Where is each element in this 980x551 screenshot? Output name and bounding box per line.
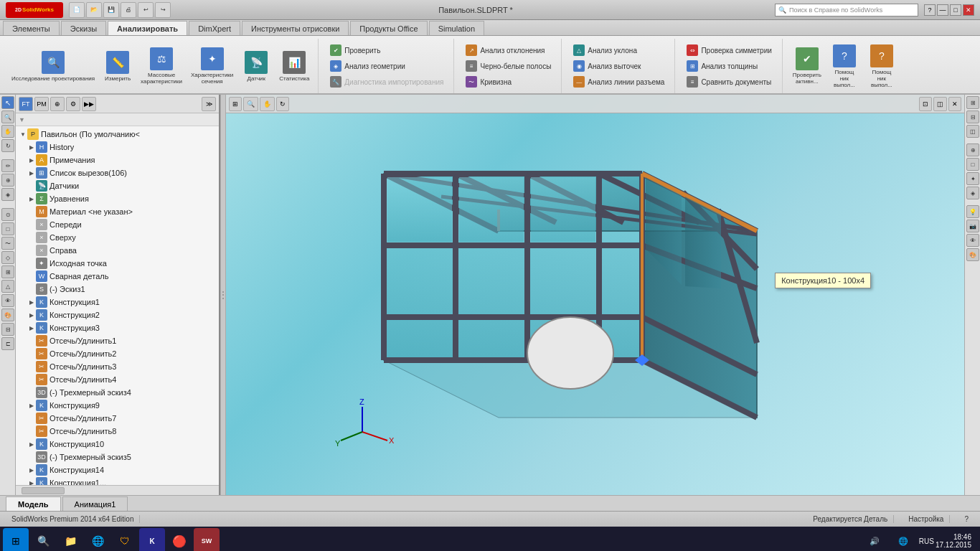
tree-const1[interactable]: ▶ K Конструкция1 [16,296,219,309]
tree-const2[interactable]: ▶ K Конструкция2 [16,309,219,321]
vp-btn-maximize[interactable]: ⊡ [919,97,932,111]
rtoolbar-hide[interactable]: 👁 [966,234,979,247]
tree-3dsketch5[interactable]: 3D (-) Трехмерный эскиз5 [16,451,219,463]
tab-dimxpert[interactable]: DimXpert [189,21,240,35]
tree-btn-more[interactable]: ≫ [202,97,216,111]
toolbar-pan[interactable]: ✋ [1,125,14,138]
btn-section[interactable]: ✦ Характеристикисечения [188,42,236,90]
new-btn[interactable]: 📄 [69,2,85,18]
tab-model[interactable]: Модель [6,496,61,511]
tree-trim2[interactable]: ✂ Отсечь/Удлинить2 [16,347,219,360]
tree-const14[interactable]: ▶ K Конструкция14 [16,463,219,476]
toolbar-surface[interactable]: ◇ [1,251,14,264]
btn-compare[interactable]: ≡ Сравнить документы [682,75,776,89]
btn-deviation[interactable]: ↗ Анализ отклонения [461,43,555,57]
rtoolbar-view2[interactable]: ⊟ [966,110,979,123]
tree-weld[interactable]: W Сварная деталь [16,270,219,283]
tree-sensors[interactable]: 📡 Датчики [16,179,219,192]
toolbar-mold[interactable]: △ [1,280,14,293]
tree-3dsketch4[interactable]: 3D (-) Трехмерный эскиз4 [16,386,219,399]
btn-mass[interactable]: ⚖ Массовыехарактеристики [138,42,185,90]
tree-const10[interactable]: ▶ K Конструкция10 [16,438,219,451]
btn-diag[interactable]: 🔧 Диагностика импортирования [326,75,448,89]
taskbar-chrome[interactable]: 🔴 [166,528,192,551]
btn-sensor[interactable]: 📡 Датчик [239,42,273,90]
vp-btn-rotate[interactable]: ↻ [276,97,289,111]
taskbar-sound[interactable]: 🔊 [862,528,887,551]
save-btn[interactable]: 💾 [103,2,119,18]
taskbar-browser[interactable]: 🌐 [85,528,110,551]
btn-research[interactable]: 🔍 Исследование проектирования [9,42,98,90]
tab-tools-draw[interactable]: Инструменты отрисовки [242,21,349,35]
vp-btn-split[interactable]: ◫ [933,97,947,111]
toolbar-weld[interactable]: ⊞ [1,265,14,278]
rtoolbar-color[interactable]: 🎨 [966,248,979,261]
btn-check-active[interactable]: ✔ Проверитьактивн... [790,42,824,90]
toolbar-sheet[interactable]: □ [1,222,14,235]
taskbar-shield[interactable]: 🛡 [112,528,138,551]
viewport[interactable]: ⊞ 🔍 ✋ ↻ ⊡ ◫ ✕ [226,95,964,495]
btn-parting[interactable]: — Анализ линии разъема [569,75,669,89]
tree-material[interactable]: M Материал <не указан> [16,205,219,218]
taskbar-sw[interactable]: SW [194,528,220,551]
tree-equations[interactable]: ▶ Σ Уравнения [16,192,219,205]
tree-content[interactable]: ▼ P Павильон (По умолчанию< ▶ H History … [16,126,219,485]
open-btn[interactable]: 📂 [86,2,102,18]
vp-btn-grid[interactable]: ⊞ [229,97,242,111]
rtoolbar-light[interactable]: 💡 [966,205,979,218]
tree-root[interactable]: ▼ P Павильон (По умолчанию< [16,128,219,141]
rtoolbar-sect[interactable]: ✦ [966,172,979,185]
tree-origin[interactable]: ✦ Исходная точка [16,257,219,270]
tree-notes[interactable]: ▶ A Примечания [16,154,219,166]
rtoolbar-shading[interactable]: ◈ [966,187,979,199]
vp-btn-close[interactable]: ✕ [948,97,961,111]
tab-simulation[interactable]: Simulation [429,21,484,35]
btn-check[interactable]: ✔ Проверить [326,43,448,57]
tab-eskizy[interactable]: Эскизы [61,21,106,35]
tree-scroll-h[interactable] [16,485,219,495]
tree-cutlist[interactable]: ▶ ⊞ Список вырезов(106) [16,166,219,179]
tree-const9[interactable]: ▶ K Конструкция9 [16,399,219,412]
toolbar-select[interactable]: ↖ [1,96,14,109]
tree-btn-ft[interactable]: FT [19,97,33,111]
rtoolbar-camera[interactable]: 📷 [966,220,979,232]
toolbar-curve[interactable]: 〜 [1,237,14,250]
btn-curvature[interactable]: 〜 Кривизна [461,75,555,89]
taskbar-antivirus[interactable]: K [139,528,165,551]
rtoolbar-snap[interactable]: ⊕ [966,143,979,156]
btn-stats[interactable]: 📊 Статистика [276,42,312,90]
tree-sketch1[interactable]: S (-) Эскиз1 [16,283,219,296]
tree-btn-pm[interactable]: PM [34,97,49,111]
taskbar-start[interactable]: ⊞ [3,528,29,551]
btn-geom[interactable]: ◈ Анализ геометрии [326,59,448,73]
tree-trim8[interactable]: ✂ Отсечь/Удлинить8 [16,425,219,438]
help-btn[interactable]: ? [924,4,936,16]
toolbar-feature[interactable]: ◈ [1,188,14,201]
tab-elements[interactable]: Элементы [3,21,60,35]
toolbar-snap[interactable]: ⊏ [1,337,14,350]
tree-trim1[interactable]: ✂ Отсечь/Удлинить1 [16,334,219,347]
splitter-handle[interactable] [220,95,226,495]
tree-top[interactable]: × Сверху [16,231,219,244]
btn-bwstripes[interactable]: ≡ Черно-белые полосы [461,59,555,73]
toolbar-align[interactable]: ⊟ [1,323,14,336]
maximize-btn[interactable]: □ [950,4,961,16]
tree-trim7[interactable]: ✂ Отсечь/Удлинить7 [16,412,219,425]
tree-const3[interactable]: ▶ K Конструкция3 [16,321,219,334]
tab-analizirovt[interactable]: Анализировать [108,21,187,35]
btn-symcheck[interactable]: ⇔ Проверка симметрии [682,43,776,57]
toolbar-appearance[interactable]: 🎨 [1,309,14,321]
rtoolbar-display[interactable]: □ [966,158,979,171]
btn-draft[interactable]: △ Анализ уклона [569,43,669,57]
btn-assistant1[interactable]: ? Помощниквыпол... [827,42,862,90]
tab-animation[interactable]: Анимация1 [62,496,128,511]
toolbar-ref[interactable]: ⊙ [1,208,14,221]
vp-btn-pan[interactable]: ✋ [260,97,275,111]
rtoolbar-view3[interactable]: ◫ [966,125,979,138]
toolbar-rotate[interactable]: ↻ [1,139,14,152]
tab-office[interactable]: Продукты Office [350,21,427,35]
tree-btn-expand[interactable]: ▶▶ [82,97,96,111]
toolbar-hide[interactable]: 👁 [1,294,14,307]
toolbar-zoom[interactable]: 🔍 [1,110,14,123]
btn-measure[interactable]: 📏 Измерить [100,42,135,90]
